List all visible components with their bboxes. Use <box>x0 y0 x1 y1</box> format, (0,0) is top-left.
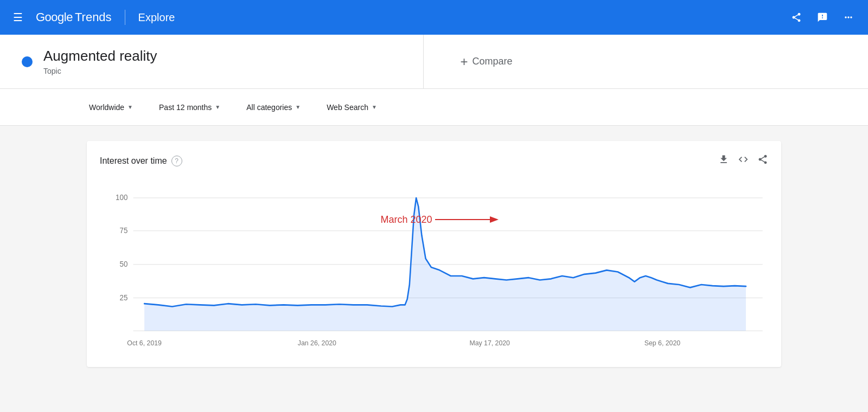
filters-bar: Worldwide ▼ Past 12 months ▼ All categor… <box>0 89 868 126</box>
download-icon[interactable] <box>718 154 729 168</box>
time-range-arrow-icon: ▼ <box>215 104 220 110</box>
compare-label: Compare <box>473 56 513 67</box>
app-header: ☰ Google Trends Explore <box>0 0 868 35</box>
share-button[interactable] <box>786 7 807 28</box>
time-range-filter[interactable]: Past 12 months ▼ <box>157 99 222 116</box>
header-actions <box>786 7 859 28</box>
svg-text:100: 100 <box>116 194 128 202</box>
categories-filter[interactable]: All categories ▼ <box>244 99 303 116</box>
region-arrow-icon: ▼ <box>127 104 133 110</box>
search-term-section: Augmented reality Topic <box>0 35 424 88</box>
compare-button[interactable]: + Compare <box>456 50 517 74</box>
svg-text:75: 75 <box>120 227 128 235</box>
search-type-filter[interactable]: Web Search ▼ <box>324 99 379 116</box>
feedback-button[interactable] <box>812 7 833 28</box>
svg-text:50: 50 <box>120 260 128 268</box>
search-type-label: Web Search <box>327 103 368 112</box>
apps-button[interactable] <box>838 7 859 28</box>
chart-title-group: Interest over time ? <box>100 156 182 166</box>
svg-text:Sep 6, 2020: Sep 6, 2020 <box>644 339 680 347</box>
menu-icon[interactable]: ☰ <box>9 7 27 28</box>
chart-title: Interest over time <box>100 156 167 166</box>
compare-plus-icon: + <box>461 54 468 69</box>
svg-text:May 17, 2020: May 17, 2020 <box>469 339 510 347</box>
search-area: Augmented reality Topic + Compare <box>0 35 868 89</box>
logo-trends: Trends <box>75 10 112 24</box>
search-term-type: Topic <box>43 67 157 75</box>
chart-actions <box>718 154 768 168</box>
help-icon[interactable]: ? <box>171 156 182 166</box>
embed-icon[interactable] <box>738 154 749 168</box>
search-dot <box>22 56 33 67</box>
search-type-arrow-icon: ▼ <box>372 104 377 110</box>
compare-section: + Compare <box>424 35 869 88</box>
time-range-label: Past 12 months <box>159 103 212 112</box>
search-term-title: Augmented reality <box>43 48 157 65</box>
trend-chart-svg: 100 75 50 25 Oct 6, 2019 Jan 26, 2020 Ma… <box>100 181 768 354</box>
svg-text:Jan 26, 2020: Jan 26, 2020 <box>298 339 336 347</box>
chart-header: Interest over time ? <box>100 154 768 168</box>
region-label: Worldwide <box>89 103 124 112</box>
chart-share-icon[interactable] <box>757 154 768 168</box>
chart-card: Interest over time ? <box>87 141 781 367</box>
search-term-text: Augmented reality Topic <box>43 48 157 75</box>
categories-arrow-icon: ▼ <box>295 104 301 110</box>
header-divider <box>125 10 125 25</box>
svg-text:Oct 6, 2019: Oct 6, 2019 <box>127 339 162 347</box>
logo-google: Google <box>36 10 73 24</box>
svg-text:25: 25 <box>120 294 128 302</box>
chart-container: March 2020 <box>100 181 768 354</box>
explore-label: Explore <box>138 11 175 24</box>
region-filter[interactable]: Worldwide ▼ <box>87 99 135 116</box>
main-content: Interest over time ? <box>0 126 868 378</box>
logo[interactable]: Google Trends <box>36 10 112 24</box>
categories-label: All categories <box>246 103 292 112</box>
